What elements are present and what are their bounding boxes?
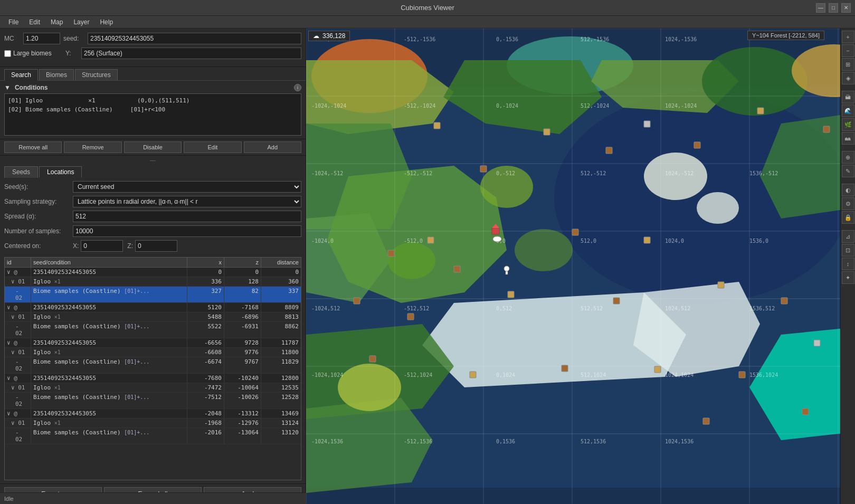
samples-input[interactable] bbox=[73, 225, 301, 237]
table-row[interactable]: ∨ @ 235140925324453055 -7680 -10240 1280… bbox=[5, 374, 301, 383]
remove-button[interactable]: Remove bbox=[64, 141, 121, 153]
svg-rect-79 bbox=[434, 122, 440, 129]
cell-x: -2016 bbox=[187, 428, 224, 444]
toolbar-terrain-btn[interactable]: 🏔 bbox=[842, 91, 854, 103]
table-row[interactable]: - 02 Biome samples (Coastline) [01]+... … bbox=[5, 287, 301, 303]
svg-point-25 bbox=[338, 364, 401, 411]
cell-dist: 8813 bbox=[261, 312, 301, 321]
tab-biomes[interactable]: Biomes bbox=[39, 69, 74, 80]
svg-text:-512,0: -512,0 bbox=[404, 238, 423, 244]
condition-row-1[interactable]: [01] Igloo ×1 (0,0),(511,511) bbox=[7, 96, 299, 105]
table-row[interactable]: - 02 Biome samples (Coastline) [01]+... … bbox=[5, 357, 301, 374]
table-row[interactable]: - 02 Biome samples (Coastline) [01]+... … bbox=[5, 393, 301, 409]
toolbar-lock-btn[interactable]: 🔒 bbox=[842, 211, 854, 224]
conditions-collapse-icon[interactable]: ▼ bbox=[4, 84, 11, 91]
svg-text:512,512: 512,512 bbox=[581, 306, 603, 311]
cell-z: -10026 bbox=[224, 393, 261, 408]
menu-edit[interactable]: Edit bbox=[25, 17, 44, 27]
add-button[interactable]: Add bbox=[244, 141, 301, 153]
close-button[interactable]: ✕ bbox=[841, 3, 851, 13]
toolbar-resize-btn[interactable]: ⊿ bbox=[842, 230, 854, 243]
svg-rect-100 bbox=[781, 298, 787, 304]
toolbar-tree-btn[interactable]: 🌿 bbox=[842, 118, 854, 131]
toolbar-contrast-btn[interactable]: ◐ bbox=[842, 184, 854, 196]
seeds-select[interactable]: Current seed bbox=[73, 181, 301, 193]
toolbar-village-btn[interactable]: 🏘 bbox=[842, 132, 854, 145]
svg-text:0,-1536: 0,-1536 bbox=[496, 36, 518, 42]
table-row[interactable]: - 02 Biome samples (Coastline) [01]+... … bbox=[5, 428, 301, 444]
toolbar-plus-btn[interactable]: + bbox=[842, 31, 854, 43]
svg-point-14 bbox=[697, 192, 739, 224]
condition-row-2[interactable]: [02] Biome samples (Coastline) [01]+r<10… bbox=[7, 105, 299, 114]
tab-search[interactable]: Search bbox=[4, 69, 38, 81]
cell-z: 0 bbox=[224, 268, 261, 277]
conditions-info-icon[interactable]: i bbox=[294, 84, 301, 91]
toolbar-select-btn[interactable]: ⊡ bbox=[842, 244, 854, 256]
svg-text:512,1024: 512,1024 bbox=[581, 372, 606, 378]
menu-file[interactable]: File bbox=[4, 17, 23, 27]
toolbar-edit-btn[interactable]: ✎ bbox=[842, 165, 854, 177]
menu-help[interactable]: Help bbox=[96, 17, 117, 27]
map-svg[interactable]: -1024,-1536 -512,-1536 0,-1536 512,-1536… bbox=[306, 28, 840, 504]
maximize-button[interactable]: □ bbox=[829, 3, 838, 13]
toolbar-ocean-btn[interactable]: 🌊 bbox=[842, 104, 854, 117]
table-row[interactable]: ∨ 01 Igloo ×1 -1968 -12976 13124 bbox=[5, 419, 301, 428]
svg-rect-108 bbox=[739, 372, 745, 378]
edit-button[interactable]: Edit bbox=[184, 141, 241, 153]
window-controls: — □ ✕ bbox=[816, 0, 851, 15]
table-row[interactable]: ∨ 01 Igloo ×1 -6608 9776 11800 bbox=[5, 348, 301, 357]
x-input[interactable] bbox=[81, 240, 123, 252]
svg-rect-98 bbox=[613, 298, 620, 304]
svg-rect-110 bbox=[703, 418, 709, 424]
toolbar-pin-btn[interactable]: ◈ bbox=[842, 72, 854, 84]
table-row[interactable]: ∨ @ 235140925324453055 0 0 0 bbox=[5, 268, 301, 277]
table-row[interactable]: ∨ @ 235140925324453055 -6656 9728 11787 bbox=[5, 338, 301, 348]
large-biomes-checkbox-row[interactable]: Large biomes bbox=[4, 50, 62, 57]
toolbar-star-btn[interactable]: ✦ bbox=[842, 271, 854, 284]
cell-seed: Igloo ×1 bbox=[31, 277, 187, 286]
toolbar-minus-btn[interactable]: − bbox=[842, 44, 854, 57]
menu-map[interactable]: Map bbox=[46, 17, 67, 27]
sampling-row: Sampling strategy: Lattice points in rad… bbox=[4, 196, 301, 207]
svg-text:-512,-512: -512,-512 bbox=[404, 170, 432, 176]
map-area[interactable]: ☁ 336,128 Y~104 Forest [-2212, 584] bbox=[306, 28, 840, 504]
large-biomes-checkbox[interactable] bbox=[4, 50, 11, 57]
svg-rect-106 bbox=[562, 365, 568, 372]
table-row[interactable]: ∨ @ 235140925324453055 5120 -7168 8809 bbox=[5, 303, 301, 312]
table-row[interactable]: - 02 Biome samples (Coastline) [01]+... … bbox=[5, 322, 301, 338]
toolbar-settings-btn[interactable]: ⚙ bbox=[842, 197, 854, 210]
svg-rect-94 bbox=[644, 237, 650, 243]
mc-version-input[interactable] bbox=[23, 33, 60, 44]
sampling-select[interactable]: Lattice points in radial order, ||α·n, α… bbox=[73, 196, 301, 207]
svg-rect-114 bbox=[506, 271, 508, 274]
menu-layer[interactable]: Layer bbox=[69, 17, 93, 27]
cell-dist: 13469 bbox=[261, 409, 301, 418]
disable-button[interactable]: Disable bbox=[124, 141, 182, 153]
cell-z: -13312 bbox=[224, 409, 261, 418]
cell-x: 327 bbox=[187, 287, 224, 302]
svg-text:-1024,-1024: -1024,-1024 bbox=[311, 103, 346, 109]
toolbar-grid-btn[interactable]: ⊞ bbox=[842, 58, 854, 71]
tab-locations[interactable]: Locations bbox=[39, 166, 82, 178]
toolbar-flip-btn[interactable]: ↕ bbox=[842, 258, 854, 270]
minimize-button[interactable]: — bbox=[816, 3, 825, 13]
table-row[interactable]: ∨ 01 Igloo ×1 5488 -6896 8813 bbox=[5, 312, 301, 322]
spread-input[interactable] bbox=[73, 211, 301, 222]
tab-seeds[interactable]: Seeds bbox=[4, 166, 38, 178]
remove-all-button[interactable]: Remove all bbox=[4, 141, 62, 153]
y-label: Y: bbox=[65, 50, 78, 57]
cell-seed: Igloo ×1 bbox=[31, 312, 187, 321]
svg-text:1536,-512: 1536,-512 bbox=[749, 170, 778, 176]
table-row[interactable]: ∨ 01 Igloo ×1 336 128 360 bbox=[5, 277, 301, 287]
map-top-bar: ☁ 336,128 bbox=[308, 31, 350, 41]
map-y-info: Y~104 Forest [-2212, 584] bbox=[752, 32, 820, 39]
toolbar-add-btn[interactable]: ⊕ bbox=[842, 151, 854, 164]
statusbar: Idle bbox=[0, 492, 306, 504]
z-input[interactable] bbox=[135, 240, 177, 252]
svg-text:512,0: 512,0 bbox=[581, 238, 596, 244]
y-input[interactable] bbox=[81, 47, 301, 59]
table-row[interactable]: ∨ @ 235140925324453055 -2048 -13312 1346… bbox=[5, 409, 301, 419]
table-row[interactable]: ∨ 01 Igloo ×1 -7472 -10064 12535 bbox=[5, 383, 301, 393]
seed-input[interactable] bbox=[88, 33, 301, 44]
tab-structures[interactable]: Structures bbox=[75, 69, 118, 80]
